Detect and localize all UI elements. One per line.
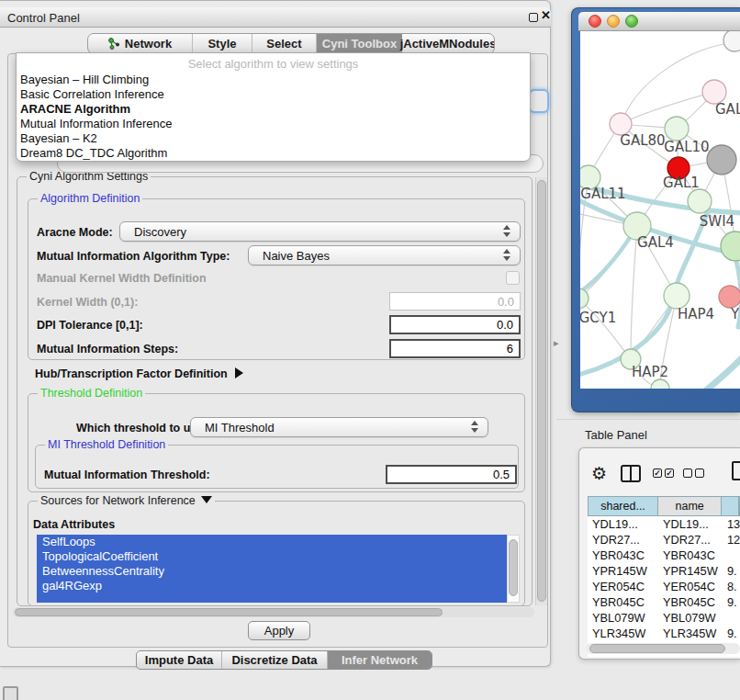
algorithm-option[interactable]: Mutual Information Inference [17, 117, 530, 131]
network-node[interactable] [688, 189, 712, 213]
dock-panel-icon[interactable] [3, 686, 18, 700]
tab-jactivemnodules[interactable]: jActiveMNodules [402, 34, 494, 53]
settings-vertical-scrollbar-thumb[interactable] [537, 180, 546, 602]
sources-group-title[interactable]: Sources for Network Inference [38, 494, 215, 507]
control-panel-titlebar[interactable] [0, 7, 551, 28]
network-canvas[interactable]: GALGAL80GAL10GAL1GAL11SWI4GAL4HAP4YGCY1H… [580, 31, 740, 389]
table-cell[interactable]: YBR045C [658, 594, 723, 610]
network-node[interactable] [665, 117, 689, 141]
kernel-width-field[interactable]: 0.0 [389, 292, 521, 310]
columns-icon[interactable] [621, 465, 641, 482]
network-node-label: GCY1 [580, 310, 616, 326]
attribute-item-selected[interactable]: gal4RGexp [37, 579, 507, 593]
close-traffic-light-icon[interactable] [589, 15, 601, 28]
column-header-partial[interactable] [722, 497, 739, 515]
unchecked-checkbox-icon[interactable] [695, 469, 704, 478]
mi-threshold-label: Mutual Information Threshold: [44, 469, 210, 481]
table-cell[interactable]: 9. [723, 563, 740, 579]
hub-section-toggle[interactable]: Hub/Transcription Factor Definition [35, 367, 243, 380]
tab-infer-network[interactable]: Infer Network [328, 651, 432, 669]
network-window-titlebar[interactable] [578, 12, 740, 31]
column-header-name[interactable]: name [658, 497, 722, 515]
table-cell[interactable]: YBR043C [588, 548, 658, 563]
mi-threshold-field[interactable]: 0.5 [386, 465, 517, 484]
network-node[interactable] [664, 283, 690, 309]
column-header-shared-name[interactable]: shared... [589, 497, 658, 515]
manual-kernel-label: Manual Kernel Width Definition [37, 272, 207, 285]
mi-type-select[interactable]: Naive Bayes [248, 245, 521, 265]
table-cell[interactable]: 12 [723, 532, 740, 548]
document-icon[interactable] [732, 461, 740, 480]
aracne-mode-select[interactable]: Discovery [119, 221, 521, 242]
panel-divider-handle[interactable]: ▸ [554, 337, 559, 349]
table-cell[interactable]: YDR27... [658, 532, 723, 548]
aracne-mode-value: Discovery [134, 225, 186, 239]
data-attributes-list[interactable]: SelfLoops TopologicalCoefficient Between… [37, 535, 507, 603]
table-cell[interactable]: YER054C [588, 579, 658, 594]
algorithm-option[interactable]: Bayesian – Hill Climbing [17, 73, 530, 87]
network-node[interactable] [651, 379, 669, 389]
close-icon[interactable]: ✕ [541, 8, 551, 22]
table-cell[interactable]: YPR145W [658, 563, 723, 579]
table-cell[interactable]: YBR043C [658, 548, 723, 563]
attribute-item-selected[interactable]: SelfLoops [37, 535, 507, 549]
table-row[interactable]: YER054CYER054C8. [588, 579, 740, 594]
table-cell[interactable]: 9. [723, 626, 740, 641]
table-cell[interactable]: YLR345W [658, 626, 723, 641]
table-body[interactable]: YDL19...YDL19...13YDR27...YDR27...12YBR0… [588, 516, 740, 657]
table-cell[interactable]: YBR045C [588, 594, 658, 610]
table-row[interactable]: YPR145WYPR145W9. [588, 563, 740, 579]
algorithm-option[interactable]: Basic Correlation Inference [17, 87, 530, 102]
tab-impute-data[interactable]: Impute Data [137, 651, 222, 669]
table-row[interactable]: YDR27...YDR27...12 [588, 532, 740, 548]
unchecked-checkbox-icon[interactable] [683, 469, 692, 478]
tab-style[interactable]: Style [193, 34, 252, 53]
network-node[interactable] [723, 31, 740, 51]
table-cell[interactable]: YBL079W [588, 610, 658, 626]
stepper-arrows-icon [503, 225, 511, 237]
table-horizontal-scrollbar-thumb[interactable] [589, 644, 725, 653]
table-row[interactable]: YLR345WYLR345W9. [588, 626, 740, 641]
mi-steps-field[interactable]: 6 [389, 339, 521, 358]
network-node[interactable] [721, 231, 740, 261]
table-row[interactable]: YBR043CYBR043C [588, 548, 740, 563]
algorithm-option-selected[interactable]: ARACNE Algorithm [17, 102, 530, 117]
tab-discretize-data[interactable]: Discretize Data [222, 651, 328, 669]
manual-kernel-checkbox[interactable] [506, 271, 520, 285]
attribute-item-selected[interactable]: BetweennessCentrality [37, 564, 507, 579]
table-cell[interactable]: YDL19... [658, 516, 723, 532]
table-cell[interactable] [723, 548, 740, 563]
checked-checkbox-icon[interactable]: ✓ [665, 469, 674, 478]
attribute-item-selected[interactable]: TopologicalCoefficient [37, 549, 507, 564]
table-cell[interactable]: 13 [723, 516, 740, 532]
table-cell[interactable]: YBL079W [658, 610, 723, 626]
settings-horizontal-scrollbar-thumb[interactable] [15, 608, 443, 616]
network-node[interactable] [719, 286, 740, 308]
table-cell[interactable]: YDR27... [588, 532, 658, 548]
table-cell[interactable]: YLR345W [588, 626, 658, 641]
table-cell[interactable]: 9. [723, 594, 740, 610]
table-cell[interactable] [723, 610, 740, 626]
gear-icon[interactable]: ⚙ [591, 463, 607, 484]
table-row[interactable]: YBR045CYBR045C9. [588, 594, 740, 610]
tab-network[interactable]: Network [88, 34, 193, 53]
network-node[interactable] [707, 145, 736, 175]
algorithm-option[interactable]: Dream8 DC_TDC Algorithm [17, 146, 530, 161]
algorithm-option[interactable]: Bayesian – K2 [17, 131, 530, 146]
table-cell[interactable]: YPR145W [588, 563, 658, 579]
checked-checkbox-icon[interactable]: ✓ [653, 469, 662, 478]
tab-cyni-toolbox[interactable]: Cyni Toolbox [317, 34, 402, 53]
apply-button[interactable]: Apply [248, 621, 310, 640]
tab-select[interactable]: Select [252, 34, 317, 53]
dpi-tolerance-field[interactable]: 0.0 [389, 315, 521, 334]
table-cell[interactable]: YER054C [658, 579, 723, 594]
float-window-icon[interactable] [529, 13, 538, 22]
attribute-list-scrollbar-thumb[interactable] [509, 539, 518, 596]
table-row[interactable]: YDL19...YDL19...13 [588, 516, 740, 532]
minimize-traffic-light-icon[interactable] [607, 15, 620, 28]
table-cell[interactable]: YDL19... [588, 516, 658, 532]
table-row[interactable]: YBL079WYBL079W [588, 610, 740, 626]
table-cell[interactable]: 8. [723, 579, 740, 594]
zoom-traffic-light-icon[interactable] [625, 15, 638, 28]
which-threshold-select[interactable]: MI Threshold [190, 417, 488, 437]
